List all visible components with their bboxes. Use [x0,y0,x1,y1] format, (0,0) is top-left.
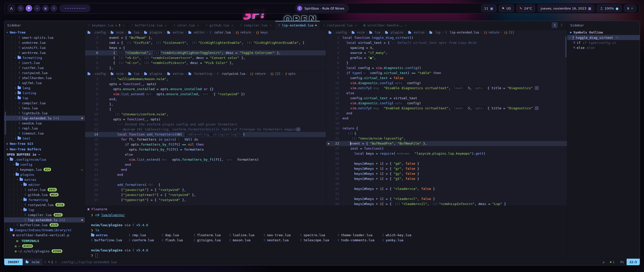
code-line[interactable]: 29 keys[#keys + 1] = { "gI", false } [326,176,567,181]
tree-item[interactable]: │ │ │ │ ☾color.lua#493 [4,187,85,192]
section-neo-tree[interactable]: ▾Neo-Tree [4,29,85,35]
code-line[interactable]: 3 [1]"williamboman/mason.nvim", [85,77,326,82]
code-line[interactable]: 21 [1]"neovim/nvim-lspconfig", [326,136,567,141]
breadcrumb-item[interactable]: plugins [144,31,163,34]
volume-pill[interactable]: ♫100%● [597,5,621,12]
tree-item[interactable]: │ │ │ ▾formatting [4,197,85,202]
breadcrumb-item[interactable]: lsp [429,31,440,34]
snippet-input[interactable] [60,5,90,12]
code-line[interactable]: 4 opts = function(_, opts) [85,82,326,87]
outline-item[interactable]: ▾ƒtoggle_diag_virtextfu [567,35,640,40]
code-line[interactable]: 31 keys[#keys + 1] = { "<leader>ca", fal… [326,186,567,191]
workspace-button-5[interactable]: ≡ [51,5,57,12]
code-line[interactable]: 21 end [85,167,326,172]
tabpage-2[interactable]: 2 [558,22,565,28]
tree-item[interactable]: │ ▦scrollbar-handle-vertical.p [4,232,85,237]
breadcrumb-item[interactable]: nvim [111,72,124,76]
tree-item[interactable]: ▾Juegos/Indies/SteamLibrary/st [4,227,85,232]
code-line[interactable]: 7 { [1]"<S-C>", [2]"<cmd>CccConvert<cr>"… [85,55,326,60]
tree-item[interactable]: │ │ ☾lightbulb.lua [4,111,85,116]
code-line[interactable]: 10 vim.diagnostic.config(opts: config) [326,81,567,86]
breadcrumb-item[interactable]: .config [88,31,106,34]
code-line[interactable]: 24 add_formatters(tbl: { [85,182,326,187]
code-line[interactable]: 13 config.virtual_text = virtual_text [326,96,567,101]
tree-item[interactable]: │ │ │ │ ☾github.lua#654 [4,192,85,197]
code-line[interactable]: 18 else [85,152,326,157]
breadcrumb-item[interactable]: []return [250,72,266,76]
tree-item[interactable]: │ │ ☾timeout.lua [4,131,85,136]
tree-item[interactable]: │ │ ☾shellharden.lua [4,75,85,80]
tab-keymaps-lua[interactable]: ☾keymaps.lua⚠ 3× [85,21,128,29]
code-line[interactable]: 10 [1]"stevearc/conform.nvim", [85,112,326,117]
tree-item[interactable]: │ ▾lsp [4,95,85,100]
tab-compiler-lua[interactable]: ☾compiler.lua× [237,21,275,29]
breadcrumb-item[interactable]: ƒopts [285,72,296,76]
code-line[interactable]: 1local function toggle_diag_virtext() [326,35,567,40]
code-line[interactable]: 6 } [326,60,567,65]
workspace-button-1[interactable]: ↻ [17,5,24,12]
breadcrumb-item[interactable]: editor [188,31,205,34]
keyboard-layout-pill[interactable]: ⚑US [499,5,514,12]
breadcrumb-item[interactable]: extras [167,31,184,34]
tree-item[interactable]: │ │ │ │ ☾rustywind.lua#726 [4,202,85,207]
code-line[interactable]: 28 keys[#keys + 1] = { "gy", false } [326,171,567,176]
code-line[interactable]: 33 keys[#keys + 1] = { "<leader>cl", fal… [326,196,567,201]
code-line[interactable]: 14 local function add_formatters(tbl :ta… [85,132,326,137]
breadcrumb-item[interactable]: {}[2] [270,72,280,76]
workspace-button-3[interactable]: ∞ [34,5,41,12]
code-line[interactable]: 4 cmd = { [1]"CccPick", [2]"CccConvert",… [85,40,326,45]
code-line[interactable]: 23 [85,177,326,182]
code-line[interactable]: 11 vim.notify(msg: "Disable diagnostics … [326,86,567,91]
breadcrumb-item[interactable]: lua [128,31,139,34]
tree-item[interactable]: │ ▾config [4,162,85,167]
code-line[interactable]: 8 }, [85,102,326,107]
tree-item[interactable]: │ ▾formatting [4,55,85,60]
tree-item[interactable]: │ │ │ ▾editor [4,182,85,187]
terminal-output[interactable]: ❯cdlua/plugins/ nvim/lua/plugins via ☾ v… [85,212,567,258]
breadcrumb-item[interactable]: extras [167,72,184,76]
code-line[interactable]: 16 if opts.formatters_by_ft[ft] == nil t… [85,142,326,147]
breadcrumb-item[interactable]: formatting [188,72,212,76]
breadcrumb-item[interactable]: plugins [144,72,163,76]
tree-item[interactable]: │ │ ▾extras [4,177,85,182]
tree-item[interactable]: │ │ ☾neodim.lua [4,121,85,126]
code-line[interactable]: 15 for ft, formatters in pairs(t: tbl) d… [85,137,326,142]
code-line[interactable]: 19return { [326,126,567,131]
code-line[interactable]: 4 source = "if_many", [326,50,567,55]
workspace-button-2[interactable]: ⚑ [26,5,32,12]
code-line[interactable]: 9 }, [85,65,326,71]
tree-item[interactable]: │ │ ☾repl.lua [4,126,85,131]
code-line[interactable]: 24 local keys = require(modname: "lazyvi… [326,151,567,156]
code-line[interactable]: 5 opts.ensure_installed = opts.ensure_in… [85,87,326,92]
section-terminals[interactable]: ⊞TERMINALS [4,237,85,244]
code-line[interactable]: 7 local config = vim.diagnostic.config() [326,65,567,71]
section-neo-tree-buffers[interactable]: ▾Neo-Tree Buffers [4,146,85,152]
code-line[interactable]: 5 prefix = "●", [326,55,567,60]
breadcrumb-item[interactable]: {}return [235,31,251,34]
code-line[interactable]: 9 config.virtual_text = false [326,76,567,81]
tree-item[interactable]: │ │ │ │ ☾compiler.lua#682 [4,212,85,217]
code-line[interactable]: 32 [326,191,567,196]
code-line[interactable]: 22 end [85,172,326,177]
code-line[interactable]: 13 ---@param tbl table<string, conform.F… [85,127,326,132]
code-line[interactable]: 27 keys[#keys + 1] = { "gr", false } [326,166,567,171]
breadcrumb-item[interactable]: lua [369,31,380,34]
code-line[interactable]: 19 vim.list_extend(dst: opts.formatters_… [85,157,326,162]
breadcrumb-item[interactable]: .config [329,31,347,34]
breadcrumb-item[interactable]: .config [88,72,106,76]
breadcrumb-item[interactable]: nvim [111,31,124,34]
tree-item[interactable]: ⊞~#2859 [4,244,85,249]
code-line[interactable]: 7 end, [85,97,326,102]
tree-item[interactable]: │ ❯test [4,136,85,141]
code-line[interactable]: 20 end [85,162,326,167]
tab-scrollbar-handle-[interactable]: ▦scrollbar-handle-…× [360,21,410,29]
updates-pill[interactable]: 11▣ [481,5,496,12]
tree-item[interactable]: │ ❯lang [4,85,85,90]
tab-close-icon[interactable]: × [197,23,199,27]
code-line[interactable]: 2 local virtual_text = { -- Default virt… [326,40,567,45]
code-line[interactable]: 12 --- Extend the conform plugin config … [85,122,326,127]
tab-rustywind-lua[interactable]: ☾rustywind.lua× [320,21,360,29]
outline-item[interactable]: ⌥elseelse [567,45,640,50]
breadcrumb-item[interactable]: []return [484,31,499,34]
code-line[interactable]: 26 keys[#keys + 1] = { "gd", false } [326,161,567,166]
